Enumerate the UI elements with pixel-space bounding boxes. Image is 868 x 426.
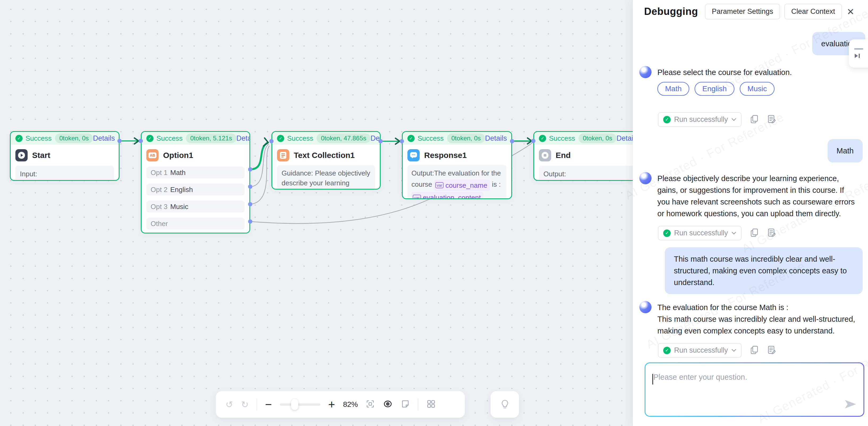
send-icon[interactable] bbox=[844, 399, 857, 410]
run-status-label: Run successfully bbox=[674, 115, 728, 124]
port[interactable] bbox=[378, 139, 383, 143]
copy-icon[interactable] bbox=[750, 345, 758, 356]
collapse-panel-button[interactable] bbox=[849, 39, 868, 67]
redo-icon[interactable]: ↻ bbox=[241, 400, 249, 409]
port[interactable] bbox=[248, 167, 252, 172]
run-status-row: ✓ Run successfully bbox=[658, 343, 857, 358]
copy-icon[interactable] bbox=[750, 228, 758, 238]
option-math-button[interactable]: Math bbox=[657, 82, 689, 96]
success-check-icon: ✓ bbox=[663, 347, 671, 354]
zoom-level: 82% bbox=[343, 400, 358, 409]
port[interactable] bbox=[248, 219, 252, 224]
assistant-avatar bbox=[639, 66, 652, 78]
assistant-text: Please objectively describe your learnin… bbox=[657, 172, 857, 219]
arrowhead bbox=[264, 138, 268, 146]
undo-icon[interactable]: ↺ bbox=[225, 400, 233, 409]
close-icon[interactable]: ✕ bbox=[847, 6, 855, 17]
tips-button[interactable] bbox=[491, 391, 519, 418]
note-icon[interactable] bbox=[401, 399, 410, 409]
arrowhead bbox=[134, 138, 138, 144]
expand-right-icon bbox=[854, 53, 861, 58]
run-status-dropdown[interactable]: ✓ Run successfully bbox=[658, 226, 742, 240]
port[interactable] bbox=[117, 139, 122, 143]
eye-icon[interactable] bbox=[383, 399, 393, 409]
chat-history[interactable]: evaluation Please select the course for … bbox=[633, 25, 868, 360]
chevron-down-icon bbox=[732, 118, 736, 121]
option-music-button[interactable]: Music bbox=[740, 82, 775, 96]
port[interactable] bbox=[248, 184, 252, 189]
port[interactable] bbox=[400, 139, 404, 143]
quick-reply-options: Math English Music bbox=[657, 82, 792, 96]
zoom-slider[interactable] bbox=[280, 399, 320, 410]
user-message: Math bbox=[828, 139, 863, 163]
assistant-avatar bbox=[639, 301, 652, 313]
debugging-panel: Debugging Parameter Settings Clear Conte… bbox=[633, 0, 868, 426]
run-status-label: Run successfully bbox=[674, 346, 728, 354]
canvas-toolbar: ↺ ↻ − + 82% bbox=[216, 391, 465, 418]
layout-grid-icon[interactable] bbox=[426, 399, 436, 410]
workflow-canvas[interactable]: ✓ Success 0token, 0s Details Start Input… bbox=[0, 0, 868, 426]
edit-note-icon[interactable] bbox=[767, 228, 776, 238]
assistant-message: Please select the course for evaluation.… bbox=[639, 66, 857, 96]
copy-icon[interactable] bbox=[750, 115, 758, 125]
success-check-icon: ✓ bbox=[663, 229, 671, 237]
port[interactable] bbox=[138, 139, 143, 143]
run-status-label: Run successfully bbox=[674, 229, 728, 237]
parameter-settings-button[interactable]: Parameter Settings bbox=[705, 4, 780, 20]
assistant-text: Please select the course for evaluation. bbox=[657, 66, 792, 78]
assistant-message: Please objectively describe your learnin… bbox=[639, 172, 857, 219]
assistant-avatar bbox=[639, 172, 652, 184]
chevron-down-icon bbox=[732, 232, 736, 235]
success-check-icon: ✓ bbox=[663, 116, 671, 123]
fit-view-icon[interactable] bbox=[366, 399, 375, 409]
minimize-icon bbox=[854, 48, 863, 50]
question-input-container bbox=[645, 363, 864, 417]
question-input[interactable] bbox=[645, 363, 864, 416]
run-status-row: ✓ Run successfully bbox=[658, 112, 857, 127]
run-status-row: ✓ Run successfully bbox=[658, 226, 857, 240]
toolbar-divider bbox=[256, 398, 257, 410]
clear-context-button[interactable]: Clear Context bbox=[784, 4, 842, 20]
panel-header: Debugging Parameter Settings Clear Conte… bbox=[633, 0, 868, 20]
user-message: This math course was incredibly clear an… bbox=[665, 247, 863, 294]
toolbar-divider bbox=[418, 398, 418, 410]
zoom-slider-track[interactable] bbox=[280, 403, 320, 406]
arrowhead bbox=[527, 138, 532, 144]
arrowhead bbox=[396, 138, 400, 144]
edit-note-icon[interactable] bbox=[767, 345, 776, 356]
edit-note-icon[interactable] bbox=[767, 115, 776, 125]
assistant-text: This math course was incredibly clear an… bbox=[657, 313, 857, 337]
option-english-button[interactable]: English bbox=[694, 82, 735, 96]
zoom-out-icon[interactable]: − bbox=[265, 399, 272, 410]
port[interactable] bbox=[510, 139, 514, 143]
panel-title: Debugging bbox=[644, 6, 698, 17]
port[interactable] bbox=[531, 139, 535, 143]
lightbulb-icon bbox=[500, 399, 510, 410]
zoom-in-icon[interactable]: + bbox=[328, 399, 335, 410]
port[interactable] bbox=[248, 202, 252, 206]
run-status-dropdown[interactable]: ✓ Run successfully bbox=[658, 112, 742, 127]
assistant-text: The evaluation for the course Math is : bbox=[657, 302, 857, 313]
run-status-dropdown[interactable]: ✓ Run successfully bbox=[658, 343, 742, 358]
zoom-slider-thumb[interactable] bbox=[291, 399, 298, 410]
assistant-message: The evaluation for the course Math is : … bbox=[639, 301, 857, 337]
text-cursor bbox=[652, 374, 653, 385]
port[interactable] bbox=[269, 139, 274, 143]
chevron-down-icon bbox=[732, 349, 736, 352]
